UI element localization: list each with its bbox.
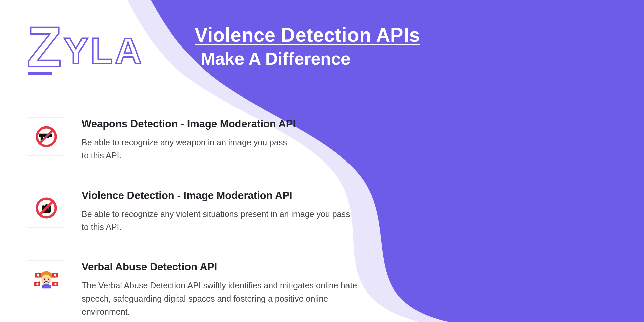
item-title: Weapons Detection - Image Moderation API xyxy=(82,118,296,130)
item-title: Verbal Abuse Detection API xyxy=(82,261,377,273)
list-item: Weapons Detection - Image Moderation API… xyxy=(27,117,377,162)
item-body: Weapons Detection - Image Moderation API… xyxy=(82,117,296,162)
no-violence-icon xyxy=(27,189,65,228)
item-description: The Verbal Abuse Detection API swiftly i… xyxy=(82,279,377,318)
list-item: Violence Detection - Image Moderation AP… xyxy=(27,189,377,234)
svg-point-9 xyxy=(41,274,51,285)
item-description: Be able to recognize any violent situati… xyxy=(82,208,357,234)
item-body: Violence Detection - Image Moderation AP… xyxy=(82,189,357,234)
api-list: Weapons Detection - Image Moderation API… xyxy=(27,117,377,318)
hero-title: Violence Detection APIs xyxy=(195,23,420,46)
item-title: Violence Detection - Image Moderation AP… xyxy=(82,190,357,202)
list-item: Verbal Abuse Detection API The Verbal Ab… xyxy=(27,260,377,318)
verbal-abuse-icon xyxy=(27,260,65,299)
svg-point-10 xyxy=(44,278,45,280)
item-description: Be able to recognize any weapon in an im… xyxy=(82,136,296,162)
logo-letter-z: Z xyxy=(27,18,64,75)
svg-point-11 xyxy=(47,278,49,280)
brand-logo: ZYLA xyxy=(27,18,144,75)
logo-letters-rest: YLA xyxy=(64,32,144,69)
hero-section: Violence Detection APIs Make A Differenc… xyxy=(195,23,420,69)
hero-subtitle: Make A Difference xyxy=(201,49,420,69)
item-body: Verbal Abuse Detection API The Verbal Ab… xyxy=(82,260,377,318)
no-weapon-icon xyxy=(27,117,65,156)
